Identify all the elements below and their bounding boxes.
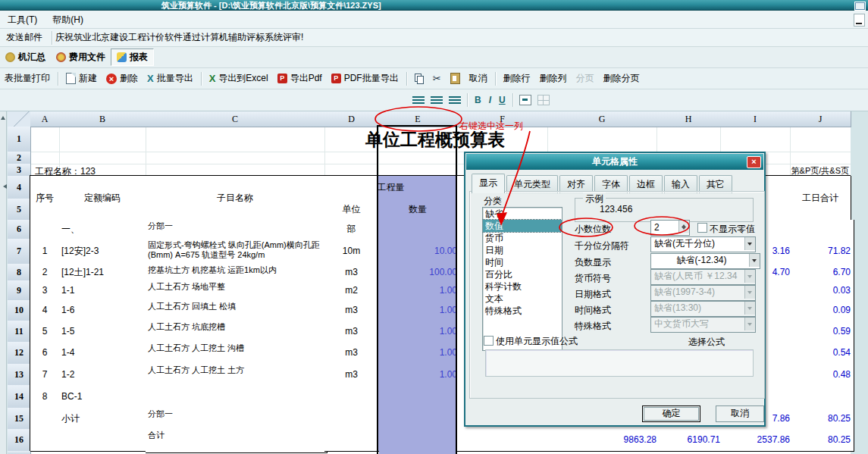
row-header-12[interactable]: 12: [8, 342, 31, 365]
cell-B10[interactable]: 1-6: [59, 300, 149, 321]
cell-D16[interactable]: [324, 429, 379, 452]
ok-button[interactable]: 确定: [642, 405, 700, 422]
row-header-2[interactable]: 2: [8, 152, 31, 164]
tab-机汇总[interactable]: 机汇总: [0, 49, 51, 65]
cell-B12[interactable]: 1-4: [59, 342, 149, 365]
cell-E10[interactable]: 1.00: [378, 300, 464, 321]
decimal-spinner[interactable]: 2: [650, 220, 690, 236]
cell-A9[interactable]: 3: [30, 280, 60, 301]
column-header-D[interactable]: D: [324, 111, 379, 127]
cell-D13[interactable]: m3: [324, 364, 379, 386]
row-header-partial[interactable]: [8, 451, 31, 454]
cell-J11[interactable]: 0.59: [790, 321, 854, 343]
align-center-icon[interactable]: [431, 96, 443, 105]
toolbar-button-copy[interactable]: [410, 74, 428, 83]
left-scroll-strip[interactable]: [0, 111, 7, 454]
send-mail-button[interactable]: 发送邮件: [0, 31, 49, 44]
close-icon[interactable]: ×: [747, 156, 761, 168]
cell-A15[interactable]: [30, 408, 60, 430]
cell-J10[interactable]: 0.09: [790, 300, 854, 321]
category-item-特殊格式[interactable]: 特殊格式: [483, 305, 562, 317]
cell-B16[interactable]: [59, 429, 149, 452]
category-item-数值[interactable]: 数值: [483, 220, 562, 232]
header-cell-定额编码[interactable]: 定额编码: [59, 176, 146, 221]
row-header-13[interactable]: 13: [8, 364, 31, 386]
cell-J14[interactable]: [790, 385, 854, 409]
thousand-combo[interactable]: 缺省(无千分位): [650, 236, 756, 252]
negative-combo[interactable]: 缺省(-12.34): [650, 253, 760, 269]
cell-E12[interactable]: 1.00: [378, 342, 464, 365]
toolbar-button-cut[interactable]: ✂: [428, 74, 446, 83]
formula-checkbox[interactable]: [484, 336, 494, 346]
cell-E16[interactable]: [378, 429, 464, 452]
cell-E8[interactable]: 100.00: [378, 264, 464, 281]
cell-G16[interactable]: 9863.28: [547, 429, 660, 452]
cell-I16[interactable]: 2537.86: [720, 429, 794, 452]
cell-C16[interactable]: 合计: [146, 429, 327, 453]
cell-C10[interactable]: 人工土石方 回填土 松填: [146, 300, 327, 323]
cell-C13[interactable]: 人工土石方 人工挖土 土方: [146, 364, 327, 387]
cell-J13[interactable]: 0.48: [790, 364, 854, 386]
category-item-缺省[interactable]: 缺省: [483, 208, 562, 220]
toolbar-button-删除[interactable]: ×删除: [102, 72, 143, 85]
cell-E15[interactable]: [378, 408, 464, 430]
cell-C6[interactable]: 分部一: [146, 220, 327, 241]
toolbar-button-PDF批量导出[interactable]: PPDF批量导出: [327, 72, 403, 85]
merge-cells-icon[interactable]: [519, 95, 531, 105]
no-zero-checkbox[interactable]: [697, 223, 707, 233]
dialog-tab-显示[interactable]: 显示: [472, 174, 505, 193]
cell-B13[interactable]: 1-2: [59, 364, 149, 386]
header-cell-序号[interactable]: 序号: [30, 176, 60, 221]
cell-D7[interactable]: 10m: [324, 239, 379, 265]
cell-B15[interactable]: 小计: [59, 408, 149, 430]
cell-B14[interactable]: BC-1: [59, 385, 149, 409]
sheet-corner[interactable]: [8, 111, 31, 127]
cell-B7[interactable]: [12安]2-3: [59, 239, 149, 265]
cell-E7[interactable]: 10.00: [378, 239, 464, 265]
cell-J6[interactable]: [790, 220, 854, 240]
cell-C9[interactable]: 人工土石方 场地平整: [146, 280, 327, 302]
chevron-down-icon[interactable]: [749, 254, 760, 267]
cell-C7[interactable]: 固定形式-弯钩螺栓式 纵向孔距(Amm)横向孔距(Bmm) A=675 轨道型号…: [146, 239, 327, 266]
column-header-B[interactable]: B: [59, 111, 146, 127]
row-header-5[interactable]: 5: [8, 199, 31, 221]
cell-E14[interactable]: [378, 385, 464, 409]
cell-B9[interactable]: 1-1: [59, 280, 149, 301]
bold-icon[interactable]: B: [475, 95, 481, 105]
cancel-button[interactable]: 取消: [716, 405, 764, 422]
cell-J15[interactable]: 80.25: [790, 408, 854, 430]
cell-J7[interactable]: 71.82: [790, 239, 854, 265]
cell-A13[interactable]: 7: [30, 364, 60, 386]
row-header-16[interactable]: 16: [8, 429, 31, 452]
toolbar-button-删除分页[interactable]: 删除分页: [599, 72, 644, 85]
align-right-icon[interactable]: [449, 96, 461, 105]
scroll-up-icon[interactable]: [1, 114, 5, 120]
cell-C11[interactable]: 人工土石方 坑底挖槽: [146, 321, 327, 344]
cell-A11[interactable]: 5: [30, 321, 60, 343]
tab-费用文件[interactable]: 费用文件: [51, 49, 111, 65]
select-formula-link[interactable]: 选择公式: [688, 336, 725, 349]
cell-C14[interactable]: [146, 385, 327, 410]
row-header-7[interactable]: 7: [8, 239, 31, 265]
cell-A10[interactable]: 4: [30, 300, 60, 321]
menu-item-0[interactable]: 工具(T): [0, 11, 45, 27]
cell-H16[interactable]: 6190.71: [656, 429, 724, 452]
row-header-10[interactable]: 10: [8, 300, 31, 321]
grid-icon[interactable]: [537, 95, 550, 105]
cell-D9[interactable]: m2: [324, 280, 379, 301]
cell-D8[interactable]: m3: [324, 264, 379, 281]
chevron-down-icon[interactable]: [744, 237, 755, 250]
cell-D11[interactable]: m3: [324, 321, 379, 343]
cell-A8[interactable]: 2: [30, 264, 60, 281]
cell-J9[interactable]: 0.03: [790, 280, 854, 301]
cell-A12[interactable]: 6: [30, 342, 60, 365]
cell-E11[interactable]: 1.00: [378, 321, 464, 343]
italic-icon[interactable]: I: [489, 95, 491, 105]
toolbar-button-表批量打印[interactable]: 表批量打印: [0, 72, 55, 85]
column-header-C[interactable]: C: [146, 111, 325, 127]
tab-报表[interactable]: 报表: [111, 49, 154, 66]
cell-E9[interactable]: 1.00: [378, 280, 464, 301]
cell-F16[interactable]: [457, 429, 548, 452]
dialog-titlebar[interactable]: 单元格属性 ×: [466, 154, 763, 170]
cell-B11[interactable]: 1-5: [59, 321, 149, 343]
